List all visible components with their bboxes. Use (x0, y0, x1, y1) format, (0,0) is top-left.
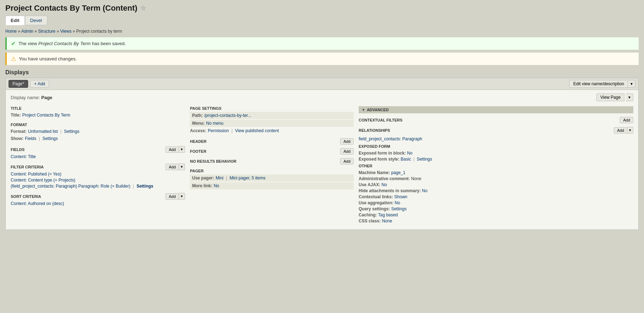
format-value[interactable]: Unformatted list (28, 129, 58, 134)
contextual-links-label: Contextual links: (359, 194, 393, 199)
path-label: Path: (192, 113, 203, 118)
hide-attachments-row: Hide attachments in summary: No (359, 188, 633, 193)
access-label: Access: (190, 128, 206, 133)
contextual-links-value[interactable]: Shown (394, 194, 407, 199)
fields-item-0[interactable]: Content: Title (11, 154, 185, 159)
view-page-arrow[interactable]: ▾ (626, 93, 633, 101)
footer-label: FOOTER (190, 149, 206, 153)
access-row: Access: Permission | View published cont… (190, 128, 354, 134)
use-aggregation-value[interactable]: No (395, 200, 400, 205)
admin-comment-value: None (411, 176, 421, 181)
no-results-add-button[interactable]: Add (340, 158, 354, 164)
menu-value[interactable]: No menu (206, 121, 223, 126)
relationships-add-arrow[interactable]: ▾ (627, 127, 633, 134)
use-ajax-value[interactable]: No (381, 182, 387, 187)
tabs-bar: Edit Devel (5, 16, 639, 25)
display-panel: Display name: Page View Page ▾ TITLE Tit… (5, 90, 639, 230)
displays-left: Page* + Add (9, 80, 49, 88)
exposed-form-in-block-row: Exposed form in block: No (359, 151, 633, 156)
pager-items-link[interactable]: Mini pager, 5 items (229, 176, 265, 180)
query-settings-label: Query settings: (359, 206, 390, 211)
view-published-content-link[interactable]: View published content (235, 128, 279, 133)
breadcrumb-views[interactable]: Views (60, 29, 72, 34)
exposed-form-row: EXPOSED FORM (359, 144, 633, 149)
machine-name-label: Machine Name: (359, 170, 390, 175)
use-pager-value[interactable]: Mini (216, 176, 223, 180)
edit-view-name-button[interactable]: Edit view name/description (569, 80, 628, 88)
page-title: Project Contacts By Term (Content) ☆ (5, 4, 639, 13)
in-block-value[interactable]: No (407, 151, 412, 156)
machine-name-value[interactable]: page_1 (391, 170, 405, 175)
caching-label: Caching: (359, 212, 377, 217)
advanced-header[interactable]: ▼ ADVANCED (359, 106, 633, 113)
css-class-row: CSS class: None (359, 218, 633, 223)
view-page-button[interactable]: View Page (596, 93, 624, 101)
no-results-section-header: NO RESULTS BEHAVIOR Add (190, 158, 354, 164)
fields-add-button[interactable]: Add (165, 146, 179, 153)
use-ajax-row: Use AJAX: No (359, 182, 633, 187)
star-icon[interactable]: ☆ (140, 4, 146, 12)
filter-add-arrow[interactable]: ▾ (179, 163, 185, 170)
caching-row: Caching: Tag based (359, 212, 633, 217)
hide-attachments-value[interactable]: No (422, 188, 427, 193)
exposed-form-label: EXPOSED FORM (359, 144, 390, 149)
other-label: OTHER (359, 164, 373, 168)
left-column: TITLE Title: Project Contacts By Term FO… (11, 106, 185, 225)
style-settings-link[interactable]: Settings (417, 157, 432, 162)
displays-toolbar: Page* + Add Edit view name/description ▾ (5, 78, 639, 90)
path-row: Path: /project-contacts-by-ter... (190, 112, 354, 119)
fields-add-arrow[interactable]: ▾ (179, 146, 185, 153)
show-label: Show: (11, 136, 23, 141)
access-permission-link[interactable]: Permission (208, 128, 229, 133)
show-settings-link[interactable]: Settings (42, 136, 58, 141)
tab-edit[interactable]: Edit (5, 16, 25, 25)
filter-item-0[interactable]: Content: Published (= Yes) (11, 172, 185, 177)
filter-item-2-link[interactable]: (field_project_contacts: Paragraph) Para… (11, 184, 131, 189)
relationships-item-0[interactable]: field_project_contacts: Paragraph (359, 136, 633, 142)
more-link-row: More link: No (190, 182, 354, 189)
sort-item-0[interactable]: Content: Authored on (desc) (11, 201, 185, 206)
contextual-filters-add-button[interactable]: Add (620, 117, 633, 123)
footer-add-button[interactable]: Add (340, 148, 354, 155)
header-section-header: HEADER Add (190, 138, 354, 145)
fields-section-header: FIELDS Add ▾ (11, 146, 185, 153)
filter-add-group: Add ▾ (165, 163, 185, 170)
header-label: HEADER (190, 139, 206, 144)
more-link-value[interactable]: No (214, 183, 219, 188)
format-section-label: FORMAT (11, 123, 185, 127)
query-settings-value[interactable]: Settings (391, 206, 406, 211)
title-field-row: Title: Project Contacts By Term (11, 112, 185, 118)
caching-value[interactable]: Tag based (378, 212, 397, 217)
css-class-value[interactable]: None (382, 218, 392, 223)
advanced-triangle-icon: ▼ (361, 108, 365, 112)
filter-item-1[interactable]: Content: Content type (= Projects) (11, 178, 185, 183)
header-add-button[interactable]: Add (340, 138, 354, 145)
add-display-button[interactable]: + Add (30, 80, 49, 88)
edit-view-name-arrow[interactable]: ▾ (628, 80, 635, 88)
breadcrumb-admin[interactable]: Admin (21, 29, 33, 34)
title-field-value[interactable]: Project Contacts By Term (22, 113, 70, 118)
show-value[interactable]: Fields (25, 136, 36, 141)
breadcrumb-structure[interactable]: Structure (38, 29, 56, 34)
style-value[interactable]: Basic (401, 157, 411, 162)
filter-settings-link[interactable]: Settings (137, 184, 153, 189)
breadcrumb-home[interactable]: Home (5, 29, 17, 34)
breadcrumb-current: Project contacts by term (76, 29, 122, 34)
format-settings-link[interactable]: Settings (64, 129, 79, 134)
menu-label: Menu: (192, 121, 205, 126)
tab-devel[interactable]: Devel (25, 16, 47, 25)
page-tab-button[interactable]: Page* (9, 80, 28, 88)
sort-add-arrow[interactable]: ▾ (179, 193, 185, 200)
alert-success: ✔ The view Project Contacts By Term has … (5, 37, 639, 50)
alert-success-suffix: has been saved. (92, 41, 126, 46)
relationships-add-button[interactable]: Add (614, 127, 627, 134)
sort-add-button[interactable]: Add (165, 193, 179, 200)
contextual-filters-row: CONTEXTUAL FILTERS Add (359, 117, 633, 123)
alert-warning-text: You have unsaved changes. (19, 56, 77, 61)
sort-section-header: SORT CRITERIA Add ▾ (11, 193, 185, 200)
view-page-group: View Page ▾ (596, 93, 633, 101)
check-icon: ✔ (11, 40, 16, 47)
more-link-label: More link: (192, 183, 212, 188)
path-value[interactable]: /project-contacts-by-ter... (204, 113, 251, 118)
filter-add-button[interactable]: Add (165, 164, 179, 170)
